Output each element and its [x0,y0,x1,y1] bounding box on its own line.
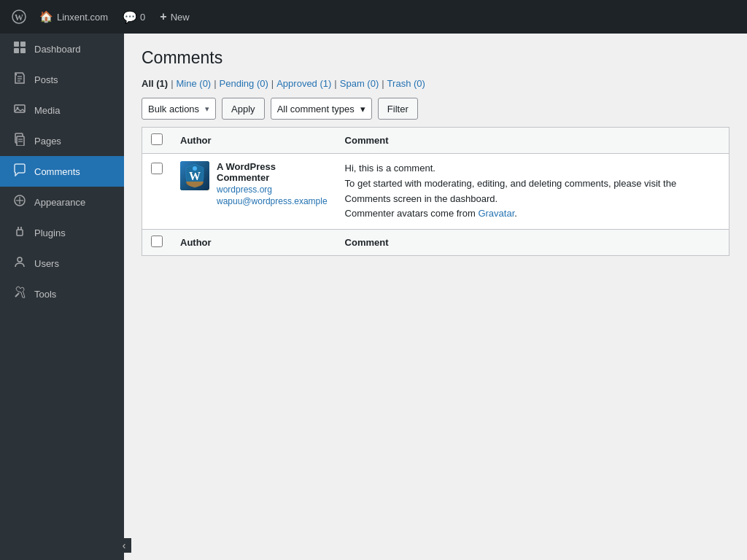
bulk-actions-label: Bulk actions [148,104,199,114]
filter-spam[interactable]: Spam (0) [340,78,379,89]
wp-logo-icon[interactable]: W [6,0,32,34]
author-email-link[interactable]: wapuu@wordpress.example [217,196,328,206]
tools-icon [12,286,27,302]
bulk-actions-select[interactable]: Bulk actions ▾ [142,98,216,120]
table-row: W A WordPress Commenter wor [142,154,729,230]
filter-trash[interactable]: Trash (0) [387,78,425,89]
posts-icon [12,71,27,88]
sidebar-item-comments[interactable]: Comments [0,156,124,187]
sidebar-item-pages[interactable]: Pages [0,125,124,156]
comment-types-label: All comment types [277,104,355,114]
tools-label: Tools [34,289,56,300]
sidebar-item-dashboard[interactable]: Dashboard [0,34,124,64]
filter-button[interactable]: Filter [378,98,418,120]
footer-checkbox-col [142,230,172,256]
chevron-down-icon: ▾ [205,104,209,114]
svg-rect-3 [20,42,26,47]
author-cell: W A WordPress Commenter wor [171,154,336,230]
sidebar-item-tools[interactable]: Tools [0,279,124,309]
sidebar-item-plugins[interactable]: Plugins [0,217,124,248]
appearance-label: Appearance [34,197,85,208]
comments-sidebar-icon [12,163,27,179]
sidebar-item-users[interactable]: Users [0,248,124,279]
sidebar-item-appearance[interactable]: Appearance [0,187,124,217]
svg-rect-4 [14,48,19,53]
apply-button[interactable]: Apply [222,98,265,120]
header-author-col: Author [171,128,336,154]
site-home-item[interactable]: 🏠 Linxent.com [32,0,115,34]
page-title: Comments [142,48,729,68]
svg-rect-9 [15,105,25,112]
admin-bar: W 🏠 Linxent.com 💬 0 + New [0,0,747,34]
svg-rect-2 [14,42,19,47]
pages-label: Pages [34,136,61,147]
author-name: A WordPress Commenter [217,161,328,183]
sidebar-item-media[interactable]: Media [0,95,124,125]
filter-approved[interactable]: Approved (1) [276,78,331,89]
collapse-sidebar-button[interactable]: ‹ [117,538,131,553]
comment-cell: Hi, this is a comment. To get started wi… [336,154,729,230]
new-label: New [171,12,190,23]
svg-point-19 [18,257,22,262]
comments-table: Author Comment [142,127,729,256]
new-content-item[interactable]: + New [152,0,196,34]
plugins-icon [12,225,27,241]
site-name: Linxent.com [57,12,108,23]
users-icon [12,255,27,271]
users-label: Users [34,258,59,269]
author-site-link[interactable]: wordpress.org [217,184,328,195]
footer-comment-col: Comment [336,230,729,256]
comments-count: 0 [140,12,145,23]
comments-bubble[interactable]: 💬 0 [115,0,152,34]
comments-icon: 💬 [123,10,137,24]
dashboard-label: Dashboard [34,44,81,55]
author-info: W A WordPress Commenter wor [180,161,328,206]
author-details: A WordPress Commenter wordpress.org wapu… [217,161,328,206]
footer-select-all-checkbox[interactable] [151,236,163,247]
filter-links: All (1) | Mine (0) | Pending (0) | Appro… [142,78,729,89]
media-label: Media [34,105,60,116]
plugins-label: Plugins [34,228,66,238]
filter-pending[interactable]: Pending (0) [220,78,268,89]
svg-point-23 [193,166,197,171]
svg-text:W: W [189,170,201,182]
home-icon: 🏠 [39,10,53,23]
footer-author-col: Author [171,230,336,256]
filter-all[interactable]: All (1) [142,78,168,89]
header-checkbox-col [142,128,172,154]
table-header-row: Author Comment [142,128,729,154]
table-footer-row: Author Comment [142,230,729,256]
comment-types-select[interactable]: All comment types ▾ [271,98,372,120]
row-checkbox[interactable] [151,163,163,174]
select-all-checkbox[interactable] [151,133,163,145]
svg-text:W: W [15,12,23,23]
svg-line-20 [15,293,19,297]
sidebar-item-posts[interactable]: Posts [0,64,124,95]
filter-mine[interactable]: Mine (0) [177,78,212,89]
comment-text: Hi, this is a comment. To get started wi… [345,161,720,222]
sidebar: Dashboard Posts [0,34,124,560]
header-comment-col: Comment [336,128,729,154]
plus-icon: + [160,10,166,23]
appearance-icon [12,194,27,210]
posts-label: Posts [34,74,58,85]
wp-body: Dashboard Posts [0,34,747,560]
svg-rect-5 [20,48,26,53]
toolbar: Bulk actions ▾ Apply All comment types ▾… [142,98,729,120]
dashboard-icon [12,41,27,57]
gravatar-link[interactable]: Gravatar [478,208,514,219]
avatar: W [180,161,209,190]
svg-rect-16 [17,230,23,236]
main-content: Comments All (1) | Mine (0) | Pending (0… [124,34,747,560]
comments-label: Comments [34,166,80,177]
pages-icon [12,133,27,149]
chevron-down-icon-2: ▾ [360,104,365,114]
row-checkbox-cell [142,154,172,230]
media-icon [12,102,27,118]
